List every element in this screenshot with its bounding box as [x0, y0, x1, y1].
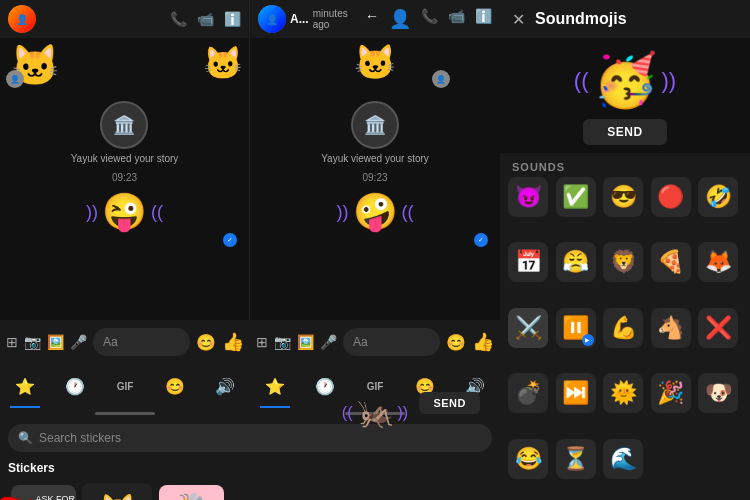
video-icon-1[interactable]: 📹 [197, 11, 214, 27]
chat-body-2: 🐱 👤 🏛️ Yayuk viewed your story 09:23 )) … [250, 38, 500, 276]
recent-icon-1: 🕐 [65, 377, 85, 396]
grid-icon-1[interactable]: ⊞ [6, 334, 18, 350]
left-panel: 👤 📞 📹 ℹ️ 🐱 👤 🐱 🏛️ Yayuk viewed y [0, 0, 500, 500]
minutes-ago: minutes ago [313, 8, 359, 30]
sticker-tab-recent-1[interactable]: 🕐 [50, 364, 100, 408]
sticker-tab-star-1[interactable]: ⭐ [0, 364, 50, 408]
star-icon-1: ⭐ [15, 377, 35, 396]
top-bar-icons-2: ← 👤 📞 📹 ℹ️ [365, 8, 492, 30]
camera-icon-1[interactable]: 📷 [24, 334, 41, 350]
soundmoji-cell-14[interactable]: ❌ [698, 308, 738, 348]
soundmoji-cell-7[interactable]: 🦁 [603, 242, 643, 282]
sticker-tab-sound-1[interactable]: 🔊 [200, 364, 250, 408]
soundmoji-cell-5[interactable]: 📅 [508, 242, 548, 282]
soundmoji-cell-15[interactable]: 💣 [508, 373, 548, 413]
soundmoji-cell-9[interactable]: 🦊 [698, 242, 738, 282]
sticker-tab-emoji-1[interactable]: 😊 [150, 364, 200, 408]
story-circle-2: 🏛️ [351, 101, 399, 149]
soundmoji-cell-11[interactable]: ⏸️▶ [556, 308, 596, 348]
wave-left-2: )) [337, 202, 349, 223]
soundmoji-cell-4[interactable]: 🤣 [698, 177, 738, 217]
phone-icon-2[interactable]: 📞 [421, 8, 438, 30]
mic-icon-2[interactable]: 🎤 [320, 334, 337, 350]
wave-l: (( [342, 404, 353, 422]
like-btn-1[interactable]: 👍 [222, 331, 244, 353]
soundmoji-cell-3[interactable]: 🔴 [651, 177, 691, 217]
sticker-toolbar-1: ⭐ 🕐 GIF 😊 🔊 [0, 364, 250, 408]
gif-icon-1: GIF [117, 381, 134, 392]
soundmoji-title: Soundmojis [535, 10, 738, 28]
seen-indicator-1: ✓ [223, 233, 237, 247]
chat-column-2: 👤 A... minutes ago ← 👤 📞 📹 ℹ️ 🐱 👤 🏛 [250, 0, 500, 320]
send-button-soundmoji[interactable]: SEND [583, 119, 666, 145]
soundmoji-cell-1[interactable]: ✅ [556, 177, 596, 217]
soundmoji-cell-21[interactable]: ⏳ [556, 439, 596, 479]
sticker-item-2[interactable]: 🐱 [82, 483, 152, 500]
user-bubble-1: 👤 [6, 70, 24, 88]
message-input-2[interactable]: Aa [343, 328, 440, 356]
send-button-left[interactable]: SEND [419, 392, 480, 414]
chat-area: 👤 📞 📹 ℹ️ 🐱 👤 🐱 🏛️ Yayuk viewed y [0, 0, 500, 320]
soundmoji-cell-0[interactable]: 😈 [508, 177, 548, 217]
story-circle-1: 🏛️ [100, 101, 148, 149]
top-bar-1: 👤 📞 📹 ℹ️ [0, 0, 249, 38]
soundmoji-cell-8[interactable]: 🍕 [651, 242, 691, 282]
image-icon-2[interactable]: 🖼️ [297, 334, 314, 350]
soundmoji-cell-18[interactable]: 🎉 [651, 373, 691, 413]
grasshopper-area: (( 🦗 )) SEND [250, 395, 500, 430]
back-icon-2[interactable]: ← [365, 8, 379, 30]
story-text-2: Yayuk viewed your story [321, 153, 429, 164]
soundmoji-cell-12[interactable]: 💪 [603, 308, 643, 348]
soundmoji-cell-19[interactable]: 🐶 [698, 373, 738, 413]
camera-icon-2[interactable]: 📷 [274, 334, 291, 350]
info-icon-1[interactable]: ℹ️ [224, 11, 241, 27]
chat-body-1: 🐱 👤 🐱 🏛️ Yayuk viewed your story 09:23 )… [0, 38, 249, 276]
image-icon-1[interactable]: 🖼️ [47, 334, 64, 350]
soundmoji-big: (( 🥳 )) [574, 50, 676, 111]
soundmoji-cell-17[interactable]: 🌞 [603, 373, 643, 413]
timestamp-1: 09:23 [112, 172, 137, 183]
soundmoji-cell-13[interactable]: 🐴 [651, 308, 691, 348]
soundmoji-cell-10[interactable]: ⚔️ [508, 308, 548, 348]
sticker-search-area: 🔍 Search stickers Stickers 🏳️‍🌈 ASK FOR … [0, 419, 500, 500]
divider-1 [95, 412, 155, 415]
soundmoji-cell-16[interactable]: ⏭️ [556, 373, 596, 413]
sticker-emoji-1: 🏳️‍🌈 [0, 493, 34, 501]
chat-emoji-1: 😜 [102, 191, 147, 233]
top-bar-icons-1: 📞 📹 ℹ️ [170, 11, 241, 27]
sticker-item-3[interactable]: 🐝 BEE MINE? [156, 483, 226, 500]
soundmoji-cell-20[interactable]: 😂 [508, 439, 548, 479]
sticker-emoji-2: 🐱 [99, 492, 136, 501]
avatar-1: 👤 [8, 5, 36, 33]
emoji-btn-2[interactable]: 😊 [446, 333, 466, 352]
like-btn-2[interactable]: 👍 [472, 331, 494, 353]
phone-icon-1[interactable]: 📞 [170, 11, 187, 27]
soundmoji-grid: 😈✅😎🔴🤣📅😤🦁🍕🦊⚔️⏸️▶💪🐴❌💣⏭️🌞🎉🐶😂⏳🌊 [500, 177, 750, 500]
soundmoji-cell-6[interactable]: 😤 [556, 242, 596, 282]
wave-right-1: (( [151, 202, 163, 223]
emoji-btn-1[interactable]: 😊 [196, 333, 216, 352]
sticker-text-1: ASK FOR MY PRONOUNS [36, 494, 88, 500]
soundmoji-header: ✕ Soundmojis [500, 0, 750, 38]
soundmoji-cell-2[interactable]: 😎 [603, 177, 643, 217]
video-icon-2[interactable]: 📹 [448, 8, 465, 30]
preview-wave-right: )) [662, 68, 677, 94]
cat-sticker-3: 🐱 [354, 42, 396, 82]
close-button[interactable]: ✕ [512, 10, 525, 29]
wave-right-2: (( [402, 202, 414, 223]
soundmoji-cell-22[interactable]: 🌊 [603, 439, 643, 479]
grid-icon-2[interactable]: ⊞ [256, 334, 268, 350]
story-notification-1: 🏛️ Yayuk viewed your story [71, 101, 179, 164]
chat-column-1: 👤 📞 📹 ℹ️ 🐱 👤 🐱 🏛️ Yayuk viewed y [0, 0, 250, 320]
sticker-tab-gif-1[interactable]: GIF [100, 364, 150, 408]
message-input-1[interactable]: Aa [93, 328, 190, 356]
info-icon-2[interactable]: ℹ️ [475, 8, 492, 30]
input-bar-1: ⊞ 📷 🖼️ 🎤 Aa 😊 👍 [0, 320, 250, 364]
sounds-label: SOUNDS [500, 153, 750, 177]
mic-icon-1[interactable]: 🎤 [70, 334, 87, 350]
contact-name-2: A... [290, 12, 309, 26]
emoji-tab-icon-1: 😊 [165, 377, 185, 396]
sticker-item-1[interactable]: 🏳️‍🌈 ASK FOR MY PRONOUNS [8, 483, 78, 500]
stickers-label: Stickers [0, 457, 500, 479]
chat-emoji-2: 🤪 [353, 191, 398, 233]
